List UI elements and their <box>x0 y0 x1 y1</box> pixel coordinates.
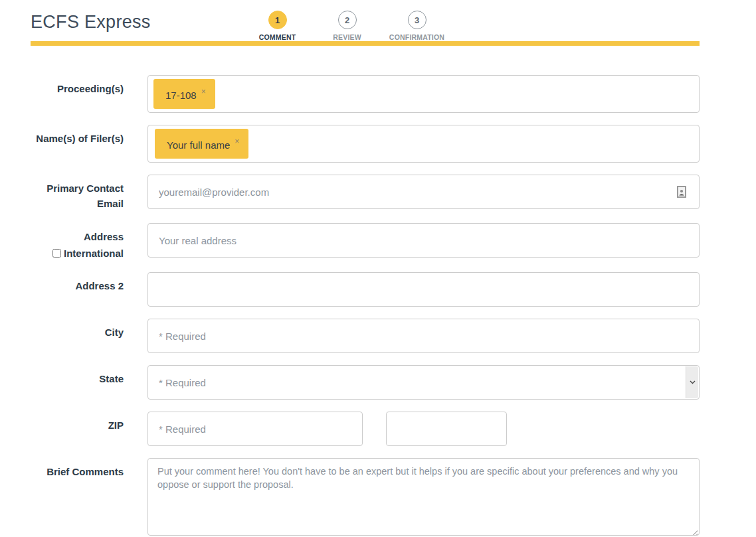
page-title: ECFS Express <box>31 12 151 33</box>
city-label: City <box>105 327 124 338</box>
address-field[interactable] <box>147 223 700 258</box>
step-review[interactable]: 2 REVIEW <box>312 11 382 41</box>
zip-label: ZIP <box>108 420 124 431</box>
email-field[interactable] <box>147 175 700 209</box>
international-checkbox[interactable] <box>52 249 61 258</box>
ecfs-express-page: ECFS Express 1 COMMENT 2 REVIEW 3 CONFIR… <box>0 0 756 537</box>
state-select-value: * Required <box>159 377 206 388</box>
comments-field[interactable] <box>147 458 700 536</box>
filers-row: Name(s) of Filer(s) Your full name× <box>31 125 700 163</box>
step-2-label: REVIEW <box>333 33 361 41</box>
step-2-circle: 2 <box>338 11 357 29</box>
address2-field[interactable] <box>147 272 700 307</box>
step-3-label: CONFIRMATION <box>389 33 444 41</box>
zip-field[interactable] <box>147 412 363 446</box>
proceeding-tag: 17-108× <box>153 79 215 109</box>
proceedings-row: Proceeding(s) 17-108× <box>31 75 700 113</box>
stepper: 1 COMMENT 2 REVIEW 3 CONFIRMATION <box>242 11 452 41</box>
contact-autofill-icon[interactable] <box>677 186 686 198</box>
chevron-down-icon[interactable] <box>686 366 698 398</box>
address-row: Address International <box>31 223 700 260</box>
comments-row: Brief Comments <box>31 458 700 537</box>
step-comment[interactable]: 1 COMMENT <box>242 11 312 41</box>
remove-filer-tag-icon[interactable]: × <box>235 137 239 146</box>
comment-form: Proceeding(s) 17-108× Name(s) of Filer(s… <box>31 75 700 537</box>
city-row: City <box>31 319 700 353</box>
filers-label: Name(s) of Filer(s) <box>36 133 124 144</box>
international-label: International <box>64 246 124 261</box>
state-select[interactable]: * Required <box>147 365 700 400</box>
step-1-label: COMMENT <box>259 33 296 41</box>
accent-bar <box>31 41 700 46</box>
zip-row: ZIP <box>31 412 700 446</box>
address2-row: Address 2 <box>31 272 700 307</box>
state-label: State <box>99 373 124 384</box>
filers-input[interactable]: Your full name× <box>147 125 700 163</box>
step-confirmation[interactable]: 3 CONFIRMATION <box>382 11 452 41</box>
email-row: Primary Contact Email <box>31 175 700 211</box>
email-label: Primary Contact Email <box>47 183 124 209</box>
proceedings-label: Proceeding(s) <box>57 83 124 94</box>
address2-label: Address 2 <box>75 280 124 291</box>
step-1-circle: 1 <box>268 11 287 29</box>
state-row: State * Required <box>31 365 700 400</box>
proceeding-tag-text: 17-108 <box>165 90 197 101</box>
address-label: Address <box>84 231 124 242</box>
comments-label: Brief Comments <box>47 466 124 477</box>
filer-tag: Your full name× <box>155 129 248 159</box>
city-field[interactable] <box>147 319 700 353</box>
filer-tag-text: Your full name <box>167 139 230 151</box>
zip4-field[interactable] <box>386 412 507 446</box>
step-3-circle: 3 <box>408 11 426 29</box>
proceedings-input[interactable]: 17-108× <box>147 75 700 113</box>
remove-proceeding-tag-icon[interactable]: × <box>201 87 206 96</box>
